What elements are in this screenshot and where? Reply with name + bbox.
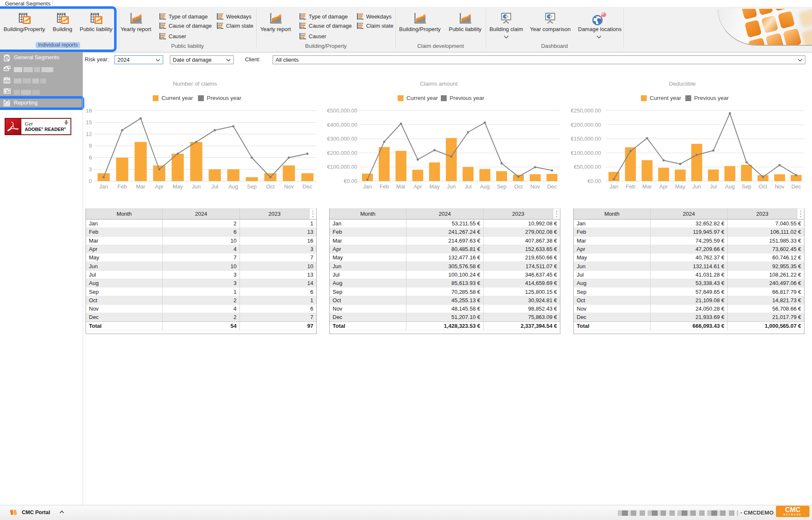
svg-text:Jul: Jul xyxy=(211,183,219,190)
svg-text:May: May xyxy=(675,183,686,190)
svg-text:May: May xyxy=(173,183,183,190)
svg-text:Jul: Jul xyxy=(710,183,717,190)
svg-text:Aug: Aug xyxy=(725,183,735,190)
svg-text:Oct: Oct xyxy=(759,183,768,190)
svg-text:Jul: Jul xyxy=(465,183,472,190)
svg-text:Dec: Dec xyxy=(791,183,802,190)
svg-text:Jun: Jun xyxy=(692,183,701,190)
svg-text:Jan: Jan xyxy=(99,183,108,190)
svg-text:Sep: Sep xyxy=(247,183,257,190)
svg-text:Oct: Oct xyxy=(514,183,523,190)
svg-text:Feb: Feb xyxy=(117,183,127,190)
svg-text:€200,000.00: €200,000.00 xyxy=(327,150,357,156)
svg-text:€0.00: €0.00 xyxy=(344,178,357,184)
svg-text:Apr: Apr xyxy=(659,183,668,190)
svg-text:€200,000.00: €200,000.00 xyxy=(571,122,601,128)
svg-text:Mar: Mar xyxy=(643,183,652,190)
svg-text:Nov: Nov xyxy=(530,183,540,190)
svg-text:€100,000.00: €100,000.00 xyxy=(571,150,601,156)
svg-text:Feb: Feb xyxy=(380,183,389,190)
svg-text:Nov: Nov xyxy=(284,183,294,190)
svg-text:6: 6 xyxy=(89,154,92,161)
svg-text:15: 15 xyxy=(86,119,92,125)
svg-text:3: 3 xyxy=(89,166,92,172)
svg-text:Apr: Apr xyxy=(155,183,164,190)
svg-text:Jun: Jun xyxy=(447,183,456,190)
svg-text:Dec: Dec xyxy=(547,183,557,190)
svg-text:Nov: Nov xyxy=(775,183,785,190)
svg-text:Apr: Apr xyxy=(414,183,422,190)
svg-text:€250,000.00: €250,000.00 xyxy=(571,107,601,114)
svg-text:€500,000.00: €500,000.00 xyxy=(327,107,357,114)
svg-text:Jan: Jan xyxy=(363,183,372,190)
svg-text:0: 0 xyxy=(89,178,92,184)
svg-text:18: 18 xyxy=(86,107,92,114)
svg-text:Feb: Feb xyxy=(626,183,635,190)
svg-text:€50,000.00: €50,000.00 xyxy=(574,164,601,170)
svg-text:Jan: Jan xyxy=(609,183,618,190)
svg-text:Sep: Sep xyxy=(497,183,506,190)
svg-text:€150,000.00: €150,000.00 xyxy=(571,136,601,142)
svg-text:Aug: Aug xyxy=(229,183,238,190)
svg-text:Mar: Mar xyxy=(396,183,406,190)
svg-text:May: May xyxy=(429,183,440,190)
svg-text:Mar: Mar xyxy=(136,183,146,190)
svg-text:€400,000.00: €400,000.00 xyxy=(327,122,357,128)
svg-text:€100,000.00: €100,000.00 xyxy=(327,164,357,170)
svg-text:Oct: Oct xyxy=(266,183,275,190)
svg-text:Sep: Sep xyxy=(742,183,751,190)
svg-text:9: 9 xyxy=(89,143,92,149)
svg-text:12: 12 xyxy=(86,131,92,137)
svg-text:€0.00: €0.00 xyxy=(587,178,601,184)
svg-text:Aug: Aug xyxy=(480,183,489,190)
svg-text:Jun: Jun xyxy=(192,183,200,190)
svg-text:Dec: Dec xyxy=(302,183,312,190)
svg-text:€300,000.00: €300,000.00 xyxy=(327,136,357,142)
